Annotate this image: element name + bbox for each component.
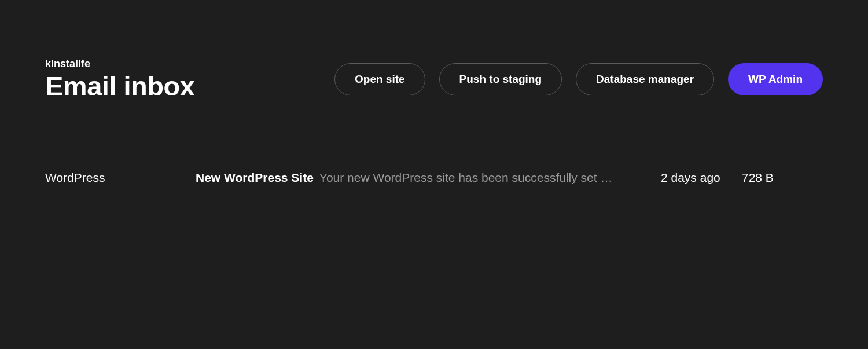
email-size: 728 B xyxy=(742,171,823,185)
database-manager-button[interactable]: Database manager xyxy=(576,63,714,95)
email-list: WordPress New WordPress Site Your new Wo… xyxy=(45,163,823,193)
email-subject-container: New WordPress Site Your new WordPress si… xyxy=(196,171,649,185)
page-title: Email inbox xyxy=(45,71,194,101)
email-subject: New WordPress Site xyxy=(196,171,314,185)
page-header: kinstalife Email inbox Open site Push to… xyxy=(45,0,823,130)
email-time: 2 days ago xyxy=(649,171,742,185)
email-sender: WordPress xyxy=(45,171,196,185)
breadcrumb[interactable]: kinstalife xyxy=(45,58,194,70)
header-actions: Open site Push to staging Database manag… xyxy=(334,63,823,95)
email-row[interactable]: WordPress New WordPress Site Your new Wo… xyxy=(45,163,823,193)
open-site-button[interactable]: Open site xyxy=(334,63,425,95)
email-preview: Your new WordPress site has been success… xyxy=(319,171,649,185)
push-to-staging-button[interactable]: Push to staging xyxy=(439,63,562,95)
header-left: kinstalife Email inbox xyxy=(45,58,194,101)
wp-admin-button[interactable]: WP Admin xyxy=(728,63,823,95)
